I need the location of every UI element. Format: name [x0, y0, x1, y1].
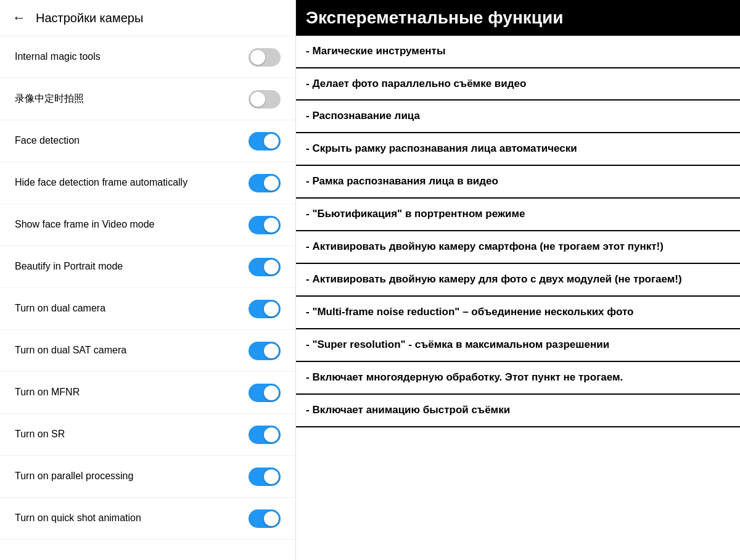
toggle-knob-sr	[264, 427, 279, 442]
toggle-hide-face-detection-frame[interactable]	[249, 174, 281, 192]
toggle-beautify-portrait[interactable]	[249, 258, 281, 276]
toggle-knob-hide-face-detection-frame	[264, 176, 279, 191]
setting-row-dual-camera: Turn on dual camera	[0, 288, 295, 330]
setting-label-hide-face-detection-frame: Hide face detection frame automatically	[15, 176, 249, 189]
right-panel: Экспереметнальные функции - Магические и…	[296, 0, 740, 560]
setting-label-dual-sat-camera: Turn on dual SAT camera	[15, 344, 249, 357]
right-row-8: - "Multi-frame noise reduction" – объеди…	[296, 297, 740, 329]
setting-label-face-detection: Face detection	[15, 134, 249, 147]
setting-row-show-face-frame-video: Show face frame in Video mode	[0, 204, 295, 246]
right-row-10: - Включает многоядерную обработку. Этот …	[296, 362, 740, 395]
toggle-mfnr[interactable]	[249, 384, 281, 402]
toggle-knob-internal-magic-tools	[250, 50, 265, 65]
right-row-4: - Рамка распознавания лица в видео	[296, 166, 740, 199]
setting-label-sr: Turn on SR	[15, 428, 249, 441]
setting-row-face-detection: Face detection	[0, 120, 295, 162]
setting-row-beautify-portrait: Beautify in Portrait mode	[0, 246, 295, 288]
toggle-dual-camera[interactable]	[249, 300, 281, 318]
right-row-3: - Скрыть рамку распознавания лица автома…	[296, 133, 740, 166]
right-panel-title: Экспереметнальные функции	[306, 7, 730, 28]
toggle-face-detection[interactable]	[249, 132, 281, 150]
toggle-knob-parallel-processing	[264, 469, 279, 484]
setting-label-internal-magic-tools: Internal magic tools	[15, 51, 249, 64]
setting-row-hide-face-detection-frame: Hide face detection frame automatically	[0, 162, 295, 204]
toggle-knob-dual-sat-camera	[264, 344, 279, 358]
toggle-knob-quick-shot	[264, 511, 279, 526]
toggle-knob-mfnr	[264, 385, 279, 400]
toggle-timer-photo[interactable]	[249, 90, 281, 109]
right-row-11: - Включает анимацию быстрой съёмки	[296, 395, 740, 427]
left-panel: ← Настройки камеры Internal magic tools录…	[0, 0, 296, 560]
toggle-knob-timer-photo	[250, 92, 265, 107]
toggle-knob-dual-camera	[264, 302, 279, 316]
toggle-sr[interactable]	[249, 426, 281, 444]
setting-label-timer-photo: 录像中定时拍照	[15, 93, 249, 105]
setting-row-sr: Turn on SR	[0, 414, 295, 456]
toggle-parallel-processing[interactable]	[249, 467, 281, 486]
setting-label-dual-camera: Turn on dual camera	[15, 302, 249, 315]
toggle-dual-sat-camera[interactable]	[249, 342, 281, 360]
setting-row-mfnr: Turn on MFNR	[0, 372, 295, 414]
settings-list: Internal magic tools录像中定时拍照Face detectio…	[0, 36, 295, 560]
setting-row-internal-magic-tools: Internal magic tools	[0, 36, 295, 78]
setting-row-parallel-processing: Turn on parallel processing	[0, 456, 295, 498]
setting-label-beautify-portrait: Beautify in Portrait mode	[15, 260, 249, 273]
toggle-internal-magic-tools[interactable]	[249, 48, 281, 67]
toggle-knob-show-face-frame-video	[264, 218, 279, 233]
setting-row-dual-sat-camera: Turn on dual SAT camera	[0, 330, 295, 372]
toggle-quick-shot[interactable]	[249, 509, 281, 528]
page-header: ← Настройки камеры	[0, 0, 295, 36]
setting-row-timer-photo: 录像中定时拍照	[0, 78, 295, 120]
setting-label-mfnr: Turn on MFNR	[15, 386, 249, 399]
right-row-9: - "Super resolution" - съёмка в максимал…	[296, 329, 740, 362]
back-button[interactable]: ←	[12, 10, 26, 26]
toggle-show-face-frame-video[interactable]	[249, 216, 281, 234]
right-row-7: - Активировать двойную камеру для фото с…	[296, 264, 740, 297]
right-row-5: - "Бьютификация" в портрентном режиме	[296, 199, 740, 231]
right-list: - Магические инструменты- Делает фото па…	[296, 36, 740, 560]
page-title: Настройки камеры	[36, 11, 143, 25]
right-row-6: - Активировать двойную камеру смартфона …	[296, 231, 740, 264]
right-row-0: - Магические инструменты	[296, 36, 740, 68]
toggle-knob-beautify-portrait	[264, 260, 279, 274]
right-header: Экспереметнальные функции	[296, 0, 740, 36]
setting-label-show-face-frame-video: Show face frame in Video mode	[15, 218, 249, 231]
toggle-knob-face-detection	[264, 134, 279, 149]
right-row-1: - Делает фото параллельно съёмке видео	[296, 68, 740, 101]
setting-label-parallel-processing: Turn on parallel processing	[15, 470, 249, 483]
setting-row-quick-shot: Turn on quick shot animation	[0, 498, 295, 540]
setting-label-quick-shot: Turn on quick shot animation	[15, 512, 249, 525]
right-row-2: - Распознавание лица	[296, 101, 740, 133]
